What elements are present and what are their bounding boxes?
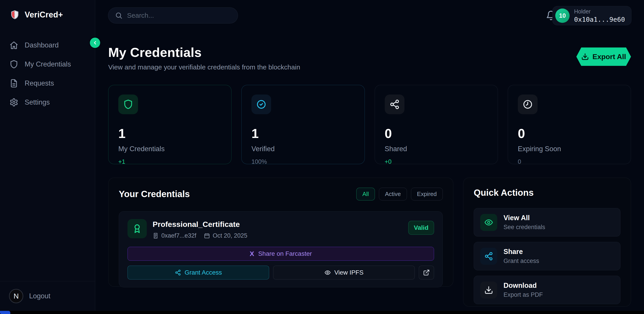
filter-expired-button[interactable]: Expired — [411, 188, 443, 200]
open-external-button[interactable] — [419, 266, 434, 280]
page-header: My Credentials View and manage your veri… — [108, 45, 631, 71]
award-icon — [132, 224, 142, 234]
quick-action-title: Download — [504, 282, 543, 290]
stat-card-shared: 0 Shared +0 — [375, 85, 498, 164]
logout-button[interactable]: Logout — [29, 292, 50, 300]
quick-action-icon-tile — [480, 248, 497, 265]
quick-action-subtitle: See credentials — [504, 224, 545, 231]
filter-all-button[interactable]: All — [356, 188, 375, 200]
share-nodes-icon — [484, 252, 493, 261]
check-circle-icon — [256, 99, 266, 109]
quick-actions-panel: Quick Actions View All See credentials — [463, 178, 631, 307]
sidebar-nav: Dashboard My Credentials Requests Settin… — [0, 27, 95, 281]
credential-actions: Grant Access View IPFS — [128, 266, 434, 280]
download-icon — [581, 53, 589, 60]
eye-icon — [324, 270, 331, 276]
page-title: My Credentials — [108, 45, 300, 60]
sidebar-item-requests[interactable]: Requests — [10, 79, 86, 88]
stat-card-verified: 1 Verified 100% — [241, 85, 364, 164]
home-icon — [10, 41, 18, 50]
eye-icon — [484, 218, 493, 227]
grant-access-label: Grant Access — [185, 269, 222, 276]
quick-action-texts: Download Export as PDF — [504, 282, 543, 298]
bottom-strip — [0, 311, 644, 314]
stat-label: My Credentials — [118, 145, 222, 153]
your-credentials-panel: Your Credentials All Active Expired — [108, 178, 453, 287]
page-subtitle: View and manage your verifiable credenti… — [108, 63, 300, 71]
gear-icon — [10, 98, 18, 107]
quick-action-texts: View All See credentials — [504, 214, 545, 231]
sidebar-item-label: Settings — [25, 98, 50, 106]
credential-filters: All Active Expired — [356, 188, 443, 200]
stat-delta: 100% — [252, 158, 354, 165]
stat-label: Verified — [252, 145, 354, 153]
search-input[interactable] — [127, 12, 231, 19]
bottom-accent — [0, 311, 10, 314]
quick-action-title: Share — [504, 248, 539, 256]
credential-icon-tile — [128, 219, 147, 238]
credential-meta: 0xaef7...e32f Oct 20, 2025 — [152, 232, 248, 239]
stat-icon-tile — [385, 94, 404, 114]
sidebar-item-label: Requests — [25, 79, 54, 87]
receipt-icon — [152, 233, 159, 239]
share-on-farcaster-button[interactable]: X Share on Farcaster — [128, 247, 434, 261]
user-info: Holder 0x10a1...9e60 — [574, 8, 625, 23]
sidebar-item-label: My Credentials — [25, 60, 71, 68]
sidebar-item-dashboard[interactable]: Dashboard — [10, 41, 86, 50]
export-all-button[interactable]: Export All — [576, 47, 631, 66]
sidebar-collapse-button[interactable] — [90, 38, 100, 48]
sidebar-footer: N Logout — [0, 281, 95, 311]
sidebar-item-my-credentials[interactable]: My Credentials — [10, 60, 86, 69]
stat-label: Expiring Soon — [518, 145, 621, 153]
wallet-address: 0x10a1...9e60 — [574, 16, 625, 23]
shield-icon — [10, 60, 18, 69]
stat-card-my-credentials: 1 My Credentials +1 — [108, 85, 232, 164]
clock-icon — [522, 99, 533, 109]
stats-row: 1 My Credentials +1 1 Verified 100% — [108, 85, 631, 164]
user-chip[interactable]: 10 Holder 0x10a1...9e60 — [552, 6, 632, 25]
stat-value: 1 — [252, 126, 354, 141]
stat-delta: 0 — [518, 158, 621, 165]
quick-actions-title: Quick Actions — [474, 188, 620, 198]
stat-icon-tile — [118, 94, 138, 114]
quick-action-share[interactable]: Share Grant access — [474, 242, 620, 270]
quick-action-subtitle: Grant access — [504, 258, 539, 265]
view-ipfs-label: View IPFS — [334, 269, 364, 276]
stat-value: 1 — [118, 126, 222, 141]
credential-card-header: Professional_Certificate 0xaef7...e32f — [128, 219, 434, 239]
quick-action-view-all[interactable]: View All See credentials — [474, 208, 620, 237]
stat-icon-tile — [252, 94, 271, 114]
view-ipfs-button[interactable]: View IPFS — [273, 266, 415, 280]
sidebar-item-settings[interactable]: Settings — [10, 98, 86, 107]
sidebar: VeriCred+ Dashboard My Credentials Reque… — [0, 0, 95, 311]
app-logo: VeriCred+ — [0, 0, 95, 27]
credential-hash: 0xaef7...e32f — [152, 232, 196, 239]
user-role: Holder — [574, 8, 625, 15]
credential-hash-text: 0xaef7...e32f — [161, 232, 196, 239]
stat-delta: +0 — [385, 158, 488, 165]
calendar-icon — [204, 233, 210, 239]
document-icon — [10, 79, 18, 88]
filter-active-button[interactable]: Active — [379, 188, 407, 200]
quick-action-icon-tile — [480, 214, 497, 231]
sidebar-item-label: Dashboard — [25, 41, 59, 49]
credentials-panel-title: Your Credentials — [119, 189, 190, 199]
quick-action-download[interactable]: Download Export as PDF — [474, 276, 620, 304]
x-icon: X — [250, 250, 254, 258]
credential-info: Professional_Certificate 0xaef7...e32f — [152, 219, 248, 239]
app-name: VeriCred+ — [25, 10, 63, 19]
grant-access-button[interactable]: Grant Access — [128, 266, 269, 280]
credential-title: Professional_Certificate — [152, 220, 248, 229]
status-badge: Valid — [408, 221, 434, 235]
external-link-icon — [423, 269, 430, 276]
quick-action-texts: Share Grant access — [504, 248, 539, 265]
app-root: VeriCred+ Dashboard My Credentials Reque… — [0, 0, 644, 314]
quick-action-icon-tile — [480, 282, 497, 299]
stat-value: 0 — [518, 126, 621, 141]
search-box[interactable] — [108, 7, 238, 23]
download-icon — [484, 286, 493, 295]
topbar: 10 Holder 0x10a1...9e60 — [95, 0, 644, 31]
quick-action-subtitle: Export as PDF — [504, 291, 543, 298]
main-content: My Credentials View and manage your veri… — [95, 31, 644, 311]
stat-label: Shared — [385, 145, 488, 153]
